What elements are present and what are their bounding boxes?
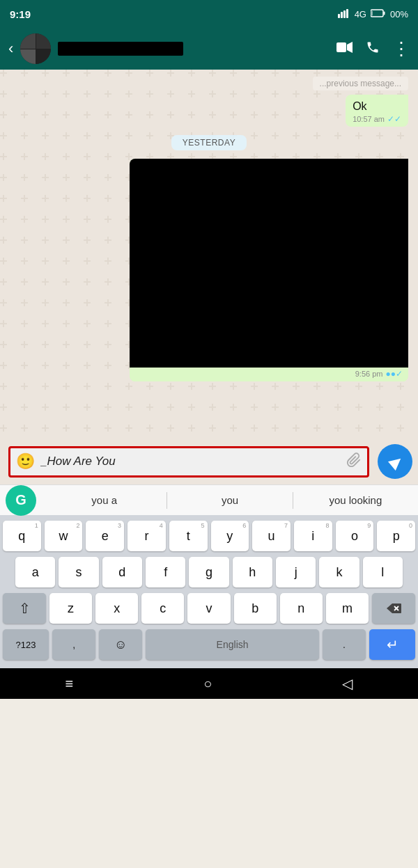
key-r[interactable]: 4r [127, 521, 166, 551]
autocomplete-suggestions: you a you you looking [42, 491, 418, 509]
read-receipt-ok: ✓✓ [387, 114, 401, 124]
key-y[interactable]: 6y [211, 521, 249, 551]
key-e[interactable]: 3e [86, 521, 124, 551]
back-button[interactable]: ‹ [8, 40, 13, 58]
key-shift[interactable]: ⇧ [3, 593, 46, 624]
battery-pct: 00% [390, 9, 408, 19]
svg-rect-6 [371, 10, 372, 15]
key-p[interactable]: 0p [377, 521, 415, 551]
key-l[interactable]: l [363, 557, 403, 587]
key-period[interactable]: . [323, 629, 366, 660]
battery-icon [371, 9, 386, 19]
nav-menu-icon[interactable]: ≡ [65, 676, 74, 692]
grammarly-button[interactable]: G [6, 485, 36, 516]
key-a[interactable]: a [15, 557, 55, 587]
key-z[interactable]: z [49, 593, 92, 624]
key-emoji[interactable]: ☺ [99, 629, 142, 660]
avatar[interactable] [20, 33, 51, 64]
send-button[interactable]: ▶ [378, 444, 412, 479]
contact-name-redacted [58, 42, 183, 56]
key-comma[interactable]: , [52, 629, 95, 660]
chat-area: ...previous message... Ok 10:57 am ✓✓ YE… [0, 70, 418, 439]
bubble-ok-text: Ok [353, 100, 366, 112]
video-thumbnail [130, 159, 408, 368]
more-options-button[interactable]: ⋮ [392, 38, 410, 60]
bubble-ok: Ok 10:57 am ✓✓ [346, 95, 408, 127]
key-f[interactable]: f [146, 557, 185, 587]
key-u[interactable]: 7u [252, 521, 291, 551]
key-s[interactable]: s [59, 557, 98, 587]
phone-button[interactable] [366, 40, 380, 58]
nav-bar: ≡ ○ ◁ [0, 668, 418, 699]
suggestion-3[interactable]: you looking [293, 491, 418, 509]
suggestion-2[interactable]: you [167, 491, 292, 509]
keyboard-row-2: a s d f g h j k l [3, 557, 415, 587]
status-bar: 9:19 4G 00% [0, 0, 418, 28]
key-symbols[interactable]: ?123 [3, 629, 49, 660]
network-label: 4G [355, 9, 366, 19]
message-video: ➦ 9:56 pm ●●✓ [10, 159, 408, 381]
video-read-receipt: ●●✓ [386, 369, 403, 379]
key-q[interactable]: 1q [3, 521, 41, 551]
key-t[interactable]: 5t [169, 521, 208, 551]
video-meta: 9:56 pm ●●✓ [130, 368, 408, 381]
key-n[interactable]: n [280, 593, 323, 624]
signal-icon [338, 8, 350, 20]
key-enter[interactable]: ↵ [369, 629, 415, 660]
chat-header: ‹ ⋮ [0, 28, 418, 70]
key-d[interactable]: d [102, 557, 142, 587]
key-b[interactable]: b [234, 593, 277, 624]
input-row: 🙂 ▶ [0, 439, 418, 484]
svg-rect-5 [383, 11, 385, 15]
video-time: 9:56 pm [355, 370, 383, 378]
key-space[interactable]: English [146, 629, 319, 660]
keyboard-row-1: 1q 2w 3e 4r 5t 6y 7u 8i 9o 0p [3, 521, 415, 551]
svg-rect-4 [371, 10, 383, 17]
keyboard-row-4: ?123 , ☺ English . ↵ [3, 629, 415, 660]
emoji-button[interactable]: 🙂 [16, 452, 35, 471]
header-icons: ⋮ [336, 38, 410, 60]
keyboard: 1q 2w 3e 4r 5t 6y 7u 8i 9o 0p a s d f g … [0, 515, 418, 668]
message-ok: Ok 10:57 am ✓✓ [10, 95, 408, 127]
status-icons: 4G 00% [338, 8, 408, 20]
previous-message-stub: ...previous message... [10, 77, 408, 90]
key-v[interactable]: v [187, 593, 230, 624]
nav-back-icon[interactable]: ◁ [342, 675, 353, 692]
svg-marker-8 [347, 42, 353, 53]
key-g[interactable]: g [189, 557, 229, 587]
contact-name-block[interactable] [58, 42, 330, 56]
svg-rect-7 [336, 42, 346, 52]
autocomplete-row: G you a you you looking [0, 484, 418, 515]
key-delete[interactable] [372, 593, 415, 624]
key-x[interactable]: x [95, 593, 138, 624]
key-j[interactable]: j [276, 557, 316, 587]
video-call-button[interactable] [336, 41, 353, 57]
bubble-ok-meta: 10:57 am ✓✓ [353, 114, 401, 124]
key-c[interactable]: c [141, 593, 184, 624]
input-bar[interactable]: 🙂 [8, 446, 369, 478]
prev-cut-text: ...previous message... [313, 77, 408, 90]
key-i[interactable]: 8i [294, 521, 332, 551]
send-icon: ▶ [386, 451, 407, 473]
suggestion-1[interactable]: you a [42, 491, 167, 509]
video-bubble[interactable]: 9:56 pm ●●✓ [130, 159, 408, 381]
attach-button[interactable] [346, 452, 362, 471]
svg-rect-0 [338, 14, 340, 18]
grammarly-logo: G [15, 492, 26, 508]
bubble-ok-time: 10:57 am [353, 115, 385, 123]
date-separator-text: YESTERDAY [171, 135, 247, 150]
message-input[interactable] [40, 455, 341, 468]
svg-rect-1 [341, 12, 343, 18]
svg-rect-2 [343, 10, 346, 18]
key-w[interactable]: 2w [45, 521, 83, 551]
key-o[interactable]: 9o [336, 521, 374, 551]
status-time: 9:19 [10, 8, 31, 20]
nav-home-icon[interactable]: ○ [203, 676, 212, 692]
date-separator: YESTERDAY [10, 135, 408, 150]
svg-rect-3 [346, 9, 348, 18]
key-m[interactable]: m [326, 593, 369, 624]
key-k[interactable]: k [319, 557, 359, 587]
key-h[interactable]: h [233, 557, 272, 587]
keyboard-row-3: ⇧ z x c v b n m [3, 593, 415, 624]
